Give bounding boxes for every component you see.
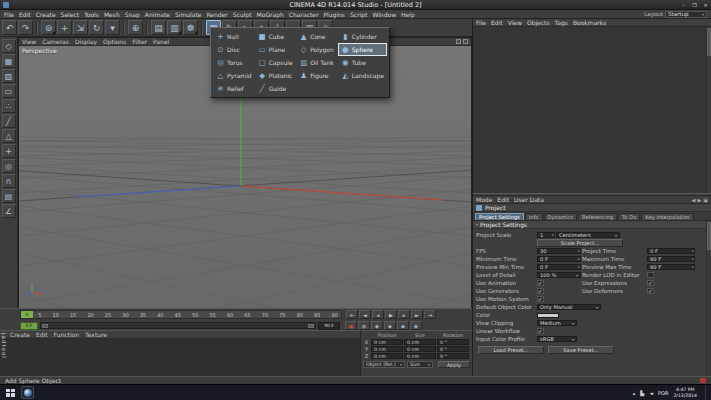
quantize-button[interactable]: ∠ bbox=[2, 204, 16, 218]
vp-menu-view[interactable]: View bbox=[22, 38, 36, 45]
load-preset-button[interactable]: Load Preset... bbox=[478, 346, 544, 354]
rotate-button[interactable]: ↻ bbox=[89, 20, 104, 35]
menu-select[interactable]: Select bbox=[61, 11, 80, 18]
mat-menu-texture[interactable]: Texture bbox=[85, 331, 107, 338]
z-rotation-field[interactable]: 0 ° bbox=[437, 353, 469, 359]
minimum-time-field[interactable]: 0 F bbox=[537, 256, 581, 263]
menu-simulate[interactable]: Simulate bbox=[175, 11, 202, 18]
menu-item-pyramid[interactable]: △Pyramid bbox=[213, 69, 255, 82]
use-generators-checkbox[interactable] bbox=[537, 288, 544, 295]
apply-button[interactable]: Apply bbox=[438, 361, 470, 368]
vp-menu-display[interactable]: Display bbox=[75, 38, 97, 45]
tab-to-do[interactable]: To Do bbox=[618, 213, 640, 220]
timeline-ruler[interactable]: 05 1015 2025 3035 4045 5055 6065 7075 80… bbox=[20, 310, 342, 319]
record-parameter-button[interactable]: ◆ bbox=[410, 321, 422, 330]
prev-key-button[interactable]: ◄ bbox=[359, 310, 371, 319]
start-frame-field[interactable]: 0 F bbox=[20, 322, 38, 330]
render-settings-button[interactable]: ☸ bbox=[183, 20, 198, 35]
menu-item-cone[interactable]: ▲Cone bbox=[296, 30, 338, 43]
volume-icon[interactable]: ◄ bbox=[649, 390, 653, 396]
make-editable-button[interactable]: ◇ bbox=[2, 39, 16, 53]
material-list-area[interactable] bbox=[0, 339, 360, 376]
range-end-handle[interactable] bbox=[308, 324, 314, 328]
viewport-layout-icon[interactable] bbox=[463, 39, 468, 44]
viewport-maximize-icon[interactable] bbox=[456, 39, 461, 44]
menu-item-plane[interactable]: ▭Plane bbox=[255, 43, 297, 56]
fps-field[interactable]: 30 bbox=[537, 248, 581, 255]
mat-menu-edit[interactable]: Edit bbox=[36, 331, 48, 338]
maximum-time-field[interactable]: 90 F bbox=[647, 256, 695, 263]
taskbar-clock[interactable]: 4:47 PM 2/13/2014 bbox=[673, 387, 697, 398]
input-color-profile-dropdown[interactable]: sRGB bbox=[537, 336, 577, 343]
menu-plugins[interactable]: Plugins bbox=[323, 11, 345, 18]
linear-workflow-checkbox[interactable] bbox=[537, 328, 544, 335]
render-view-button[interactable]: ▤ bbox=[151, 20, 166, 35]
project-scale-field[interactable]: 1 bbox=[537, 232, 555, 239]
menu-item-cube[interactable]: ■Cube bbox=[255, 30, 297, 43]
position-mode-dropdown[interactable]: Object (Rel.) bbox=[363, 361, 405, 368]
preview-min-time-field[interactable]: 0 F bbox=[537, 264, 581, 271]
x-size-field[interactable]: 0 cm bbox=[404, 339, 436, 345]
preview-max-time-field[interactable]: 90 F bbox=[647, 264, 695, 271]
taskbar-cinema4d-icon[interactable] bbox=[21, 386, 34, 399]
project-time-field[interactable]: 0 F bbox=[647, 248, 695, 255]
om-menu-edit[interactable]: Edit bbox=[491, 19, 503, 26]
model-mode-button[interactable]: ▦ bbox=[2, 54, 16, 68]
save-preset-button[interactable]: Save Preset... bbox=[548, 346, 614, 354]
end-frame-field[interactable]: 90 F bbox=[318, 322, 340, 330]
menu-tools[interactable]: Tools bbox=[84, 11, 99, 18]
enable-axis-button[interactable]: + bbox=[2, 144, 16, 158]
vp-menu-cameras[interactable]: Cameras bbox=[42, 38, 69, 45]
menu-item-polygon[interactable]: ◇Polygon bbox=[296, 43, 338, 56]
x-position-field[interactable]: 0 cm bbox=[371, 339, 403, 345]
menu-item-relief[interactable]: ≋Relief bbox=[213, 82, 255, 95]
render-lod-checkbox[interactable] bbox=[647, 272, 654, 279]
record-scale-button[interactable]: ◆ bbox=[384, 321, 396, 330]
tab-info[interactable]: Info bbox=[525, 213, 543, 220]
om-menu-objects[interactable]: Objects bbox=[527, 19, 550, 26]
menu-item-guide[interactable]: ╱Guide bbox=[255, 82, 297, 95]
menu-file[interactable]: File bbox=[4, 11, 14, 18]
menu-item-landscape[interactable]: ◭Landscape bbox=[338, 69, 387, 82]
history-back-icon[interactable]: ◀ bbox=[692, 197, 696, 203]
tab-project-settings[interactable]: Project Settings bbox=[475, 213, 524, 220]
vp-menu-panel[interactable]: Panel bbox=[153, 38, 169, 45]
use-deformers-checkbox[interactable] bbox=[647, 288, 654, 295]
menu-mograph[interactable]: MoGraph bbox=[257, 11, 284, 18]
menu-item-platonic[interactable]: ◆Platonic bbox=[255, 69, 297, 82]
menu-edit[interactable]: Edit bbox=[19, 11, 31, 18]
lock-icon[interactable]: ▣ bbox=[703, 197, 708, 203]
use-animation-checkbox[interactable] bbox=[537, 280, 544, 287]
preview-range-slider[interactable] bbox=[40, 322, 316, 329]
project-scale-unit-dropdown[interactable]: Centimeters bbox=[556, 232, 620, 239]
z-size-field[interactable]: 0 cm bbox=[404, 353, 436, 359]
goto-start-button[interactable]: ⇤ bbox=[346, 310, 358, 319]
menu-window[interactable]: Window bbox=[372, 11, 396, 18]
vp-menu-options[interactable]: Options bbox=[103, 38, 126, 45]
tab-key-interpolation[interactable]: Key Interpolation bbox=[641, 213, 693, 220]
menu-character[interactable]: Character bbox=[289, 11, 319, 18]
object-manager-scrollbar[interactable] bbox=[706, 27, 711, 193]
menu-item-capsule[interactable]: ▢Capsule bbox=[255, 56, 297, 69]
minimize-button[interactable]: – bbox=[678, 0, 689, 9]
om-menu-tags[interactable]: Tags bbox=[555, 19, 568, 26]
show-desktop-button[interactable] bbox=[705, 385, 709, 400]
z-position-field[interactable]: 0 cm bbox=[371, 353, 403, 359]
level-of-detail-dropdown[interactable]: 100 % bbox=[537, 272, 581, 279]
am-menu-user-data[interactable]: User Data bbox=[514, 196, 544, 203]
play-button[interactable]: ▶ bbox=[385, 310, 397, 319]
redo-button[interactable]: ↷ bbox=[18, 20, 33, 35]
last-tool-button[interactable]: ▾ bbox=[105, 20, 120, 35]
om-menu-file[interactable]: File bbox=[476, 19, 486, 26]
mat-menu-function[interactable]: Function bbox=[54, 331, 80, 338]
menu-animate[interactable]: Animate bbox=[145, 11, 170, 18]
texture-mode-button[interactable]: ▨ bbox=[2, 69, 16, 83]
menu-sculpt[interactable]: Sculpt bbox=[233, 11, 252, 18]
polygons-mode-button[interactable]: △ bbox=[2, 129, 16, 143]
mat-menu-create[interactable]: Create bbox=[10, 331, 30, 338]
network-icon[interactable]: ▙ bbox=[640, 390, 644, 396]
close-button[interactable]: ✕ bbox=[700, 0, 711, 9]
prev-frame-button[interactable]: ◂ bbox=[372, 310, 384, 319]
menu-create[interactable]: Create bbox=[36, 11, 56, 18]
workplane-lock-button[interactable]: ▤ bbox=[2, 189, 16, 203]
